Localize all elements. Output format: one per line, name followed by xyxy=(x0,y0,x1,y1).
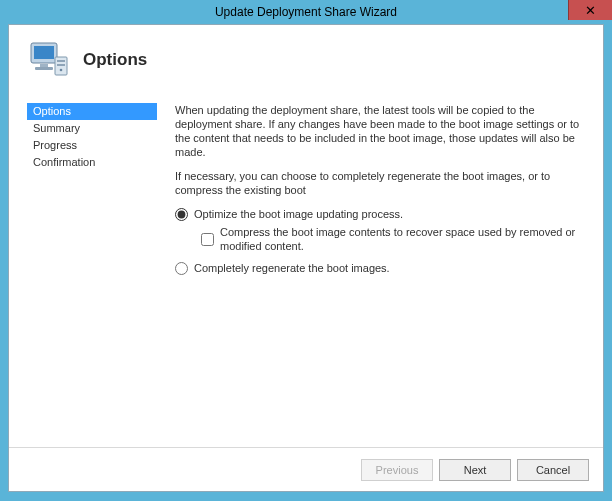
sidebar-item-options[interactable]: Options xyxy=(27,103,157,120)
svg-rect-5 xyxy=(57,60,65,62)
option-compress-label: Compress the boot image contents to reco… xyxy=(220,225,585,253)
radio-optimize[interactable] xyxy=(175,208,188,221)
content-area: Options Options Summary Progress Confirm… xyxy=(8,24,604,492)
close-button[interactable]: ✕ xyxy=(568,0,612,20)
cancel-button[interactable]: Cancel xyxy=(517,459,589,481)
sidebar-item-label: Progress xyxy=(33,139,77,151)
svg-rect-2 xyxy=(40,64,48,67)
close-icon: ✕ xyxy=(585,3,596,18)
intro-text-2: If necessary, you can choose to complete… xyxy=(175,169,585,197)
sidebar-item-label: Summary xyxy=(33,122,80,134)
intro-text: When updating the deployment share, the … xyxy=(175,103,585,159)
option-optimize[interactable]: Optimize the boot image updating process… xyxy=(175,207,585,221)
svg-rect-6 xyxy=(57,64,65,66)
page-title: Options xyxy=(83,50,147,70)
sidebar-item-progress[interactable]: Progress xyxy=(27,137,157,154)
next-button[interactable]: Next xyxy=(439,459,511,481)
option-regenerate[interactable]: Completely regenerate the boot images. xyxy=(175,261,585,275)
sidebar-item-confirmation[interactable]: Confirmation xyxy=(27,154,157,171)
svg-rect-1 xyxy=(34,46,54,59)
main-panel: When updating the deployment share, the … xyxy=(175,95,585,447)
option-optimize-label: Optimize the boot image updating process… xyxy=(194,207,403,221)
svg-point-7 xyxy=(60,69,63,72)
page-header: Options xyxy=(9,25,603,95)
step-list: Options Summary Progress Confirmation xyxy=(27,95,157,447)
footer: Previous Next Cancel xyxy=(9,447,603,491)
svg-rect-3 xyxy=(35,67,53,70)
wizard-window: Update Deployment Share Wizard ✕ Options xyxy=(0,0,612,501)
sidebar-item-summary[interactable]: Summary xyxy=(27,120,157,137)
computer-icon xyxy=(27,39,69,81)
option-regenerate-label: Completely regenerate the boot images. xyxy=(194,261,390,275)
option-compress[interactable]: Compress the boot image contents to reco… xyxy=(201,225,585,253)
sidebar-item-label: Confirmation xyxy=(33,156,95,168)
radio-regenerate[interactable] xyxy=(175,262,188,275)
window-title: Update Deployment Share Wizard xyxy=(215,5,397,19)
title-bar: Update Deployment Share Wizard ✕ xyxy=(8,0,604,24)
sidebar-item-label: Options xyxy=(33,105,71,117)
body-area: Options Summary Progress Confirmation Wh… xyxy=(9,95,603,447)
previous-button: Previous xyxy=(361,459,433,481)
checkbox-compress[interactable] xyxy=(201,233,214,246)
